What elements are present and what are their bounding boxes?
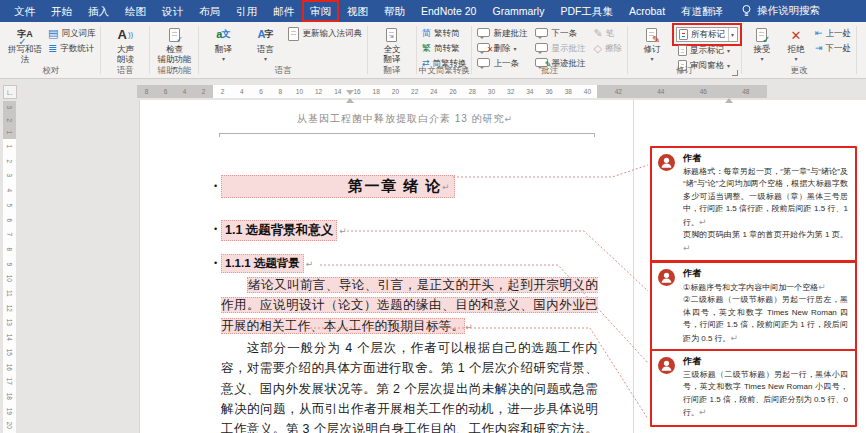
simp-to-trad-icon: 繁	[422, 43, 431, 54]
pen-button[interactable]: ✎ 笔	[591, 27, 623, 40]
ribbon-group-language: a 文 翻译 ▾ A 字 语言 ▾ 更新输入法词典 语言	[199, 23, 367, 78]
document-workspace: ∟ 8642 246810121416182022242628303234363…	[0, 79, 866, 433]
chapter-heading[interactable]: 第一章 绪 论↵	[221, 175, 455, 198]
tab-references[interactable]: 引用	[228, 0, 265, 22]
dialog-launcher-icon[interactable]	[732, 70, 738, 76]
tab-review-active[interactable]: 审阅	[302, 0, 339, 22]
ribbon-group-changes: ✓ 接受 ▾ ✕ 拒绝 ▾ ⇤ 上一处 ⇥ 下一处	[742, 23, 856, 78]
ruler-right-margin: 42444648	[597, 85, 767, 98]
tab-youdao-translate[interactable]: 有道翻译	[673, 0, 731, 22]
comment-card-1[interactable]: 作者 标题格式：每章另起一页，“第一章”与“绪论”及“绪”与“论”之间均加两个空…	[650, 146, 857, 262]
show-comments-icon	[535, 43, 548, 52]
spelling-grammar-button[interactable]: 字A ✓ 拼写和语法	[4, 25, 46, 65]
track-changes-button[interactable]: ✎ 修订 ▾	[631, 25, 673, 63]
eraser-icon: ◇	[593, 43, 601, 54]
tab-layout[interactable]: 布局	[191, 0, 228, 22]
previous-change-button[interactable]: ⇤ 上一处	[813, 27, 853, 40]
group-label-changes: 更改	[742, 65, 856, 77]
group-label-proofing: 校对	[1, 65, 100, 77]
pen-icon: ✎	[593, 28, 602, 39]
next-comment-button[interactable]: 下一条	[533, 27, 587, 40]
tab-stop-selector[interactable]: ∟	[3, 85, 17, 99]
review-ribbon: 字A ✓ 拼写和语法 ▤ 同义词库 ≣ 字数统计 校对	[0, 22, 866, 79]
right-indent-marker[interactable]	[725, 98, 733, 103]
comment-author: 作者	[683, 267, 848, 280]
accept-icon: ✓	[756, 26, 767, 44]
language-icon: A 字	[257, 26, 273, 44]
update-ime-dictionary-button[interactable]: 更新输入法词典	[286, 27, 364, 40]
eraser-button[interactable]: ◇ 擦除	[591, 42, 623, 55]
paragraph-1[interactable]: 绪论又叫前言、导论、引言，是正文的开头，起到开宗明义的作用。应说明设计（论文）选…	[221, 275, 598, 337]
tab-draw[interactable]: 绘图	[117, 0, 154, 22]
full-translate-icon: a	[386, 26, 397, 44]
dropdown-caret: ▾	[727, 48, 730, 54]
read-aloud-button[interactable]: A )) 大声 朗读	[104, 25, 146, 65]
first-line-indent-marker[interactable]	[346, 90, 354, 95]
trad-to-simp-button[interactable]: 简 繁转简	[420, 27, 469, 40]
markup-doc-icon	[679, 29, 688, 40]
comment-card-3[interactable]: 作者 三级标题（二级节标题）另起一行，黑体小四号，英文和数字 Times New…	[650, 349, 857, 427]
compare-button[interactable]: 比较 ▾	[860, 25, 866, 63]
tab-endnote[interactable]: EndNote 20	[413, 0, 484, 22]
heading-bullet: •	[214, 226, 217, 232]
comment-text: 三级标题（二级节标题）另起一行，黑体小四号，英文和数字 Times New Ro…	[683, 369, 848, 420]
next-change-icon: ⇥	[815, 43, 823, 54]
show-markup-button[interactable]: 显示标记 ▾	[676, 44, 738, 57]
group-label-compare: 比较	[857, 65, 866, 77]
ruler-left-margin: 8642	[137, 85, 213, 98]
reject-button[interactable]: ✕ 拒绝 ▾	[779, 25, 813, 63]
header-boundary-line	[219, 133, 595, 137]
new-comment-button[interactable]: 新建批注	[475, 27, 529, 40]
display-for-review-dropdown[interactable]: 所有标记 ▾	[676, 27, 738, 42]
author-avatar-icon	[658, 154, 675, 171]
word-window: 文件 开始 插入 绘图 设计 布局 引用 邮件 审阅 视图 帮助 EndNote…	[0, 0, 866, 433]
dropdown-caret: ▾	[794, 56, 797, 62]
show-comments-button[interactable]: 显示批注	[533, 42, 587, 55]
group-label-speech: 语音	[101, 65, 149, 77]
language-button[interactable]: A 字 语言 ▾	[244, 25, 286, 63]
author-avatar-icon	[658, 357, 675, 374]
paragraph-2[interactable]: 这部分一般分为 4 个层次，作者可以根据自己的选题工作内容，对需要介绍的具体方面…	[221, 338, 598, 433]
word-count-button[interactable]: ≣ 字数统计	[46, 42, 97, 55]
comment-text: 页脚的页码由第 1 章的首页开始作为第 1 页。↵	[683, 229, 848, 255]
comment-author: 作者	[683, 152, 848, 165]
tab-view[interactable]: 视图	[339, 0, 376, 22]
vertical-ruler: 321 1234567891011121314151617181920	[3, 101, 16, 433]
subsection-heading[interactable]: 1.1.1 选题背景 ↵	[221, 254, 313, 273]
dropdown-caret: ▾	[513, 46, 516, 52]
comment-card-2[interactable]: 作者 ①标题序号和文字内容中间加一个空格↵ ②二级标题（一级节标题）另起一行居左…	[650, 261, 857, 352]
group-label-accessibility: 辅助功能	[150, 65, 198, 77]
tab-insert[interactable]: 插入	[80, 0, 117, 22]
full-translate-button[interactable]: a 全文 翻译	[371, 25, 413, 65]
tab-home[interactable]: 开始	[43, 0, 80, 22]
dropdown-caret: ▾	[760, 56, 763, 62]
ribbon-group-comments: 新建批注 ✕ 删除 ▾ 上一条 下一条 显	[472, 23, 626, 78]
comment-text: ①标题序号和文字内容中间加一个空格↵	[683, 281, 848, 295]
section-heading[interactable]: 1.1 选题背景和意义 ↵	[221, 220, 347, 241]
ime-dictionary-icon	[288, 27, 299, 41]
tell-me-search[interactable]: 操作说明搜索	[741, 4, 820, 18]
next-change-button[interactable]: ⇥ 下一处	[813, 42, 853, 55]
horizontal-ruler: 8642 24681012141618202224262830323436384…	[137, 85, 767, 98]
tab-design[interactable]: 设计	[154, 0, 191, 22]
dropdown-caret: ▾	[222, 56, 225, 62]
dropdown-caret: ▾	[264, 56, 267, 62]
tab-acrobat[interactable]: Acrobat	[621, 0, 673, 22]
delete-comment-button[interactable]: ✕ 删除 ▾	[475, 42, 529, 55]
ruler-text-area: 246810121416182022242628303234363840	[213, 85, 597, 98]
reject-icon: ✕	[790, 26, 801, 44]
hanging-indent-marker[interactable]	[346, 98, 354, 103]
search-label: 操作说明搜索	[757, 4, 820, 18]
tab-mailings[interactable]: 邮件	[265, 0, 302, 22]
group-label-language: 语言	[199, 65, 367, 77]
ribbon-group-compare: 比较 ▾ 比较	[857, 23, 866, 78]
simp-to-trad-button[interactable]: 繁 简转繁	[420, 42, 469, 55]
dropdown-caret[interactable]: ▾	[728, 28, 736, 41]
thesaurus-button[interactable]: ▤ 同义词库	[46, 27, 97, 40]
tab-file[interactable]: 文件	[6, 0, 43, 22]
accept-button[interactable]: ✓ 接受 ▾	[745, 25, 779, 63]
tab-help[interactable]: 帮助	[376, 0, 413, 22]
translate-button[interactable]: a 文 翻译 ▾	[202, 25, 244, 63]
tab-grammarly[interactable]: Grammarly	[484, 0, 552, 22]
tab-pdf-tools[interactable]: PDF工具集	[552, 0, 621, 22]
